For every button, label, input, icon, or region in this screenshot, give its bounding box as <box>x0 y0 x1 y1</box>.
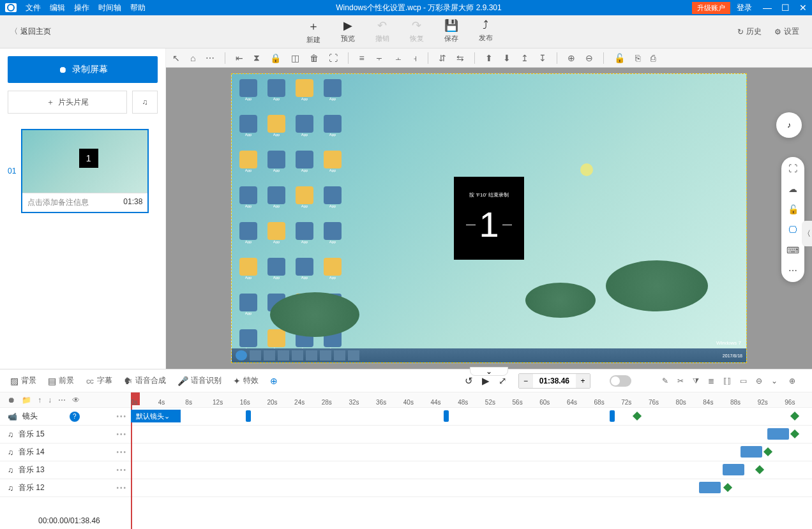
back-button[interactable]: 〈 返回主页 <box>0 26 61 37</box>
align-center-icon[interactable]: ⫠ <box>394 53 403 63</box>
help-badge[interactable]: ? <box>70 412 80 422</box>
copy-icon[interactable]: ⎘ <box>635 53 640 63</box>
time-control: − 01:38.46 + <box>518 373 590 389</box>
asr-button[interactable]: 🎤语音识别 <box>177 375 222 386</box>
scene-note[interactable]: 点击添加备注信息 <box>27 197 89 208</box>
delete-icon[interactable]: 🗑 <box>310 53 319 63</box>
cut-icon[interactable]: ✂ <box>677 376 684 385</box>
more-icon[interactable]: ⋯ <box>206 53 214 63</box>
tl-dots-icon[interactable]: ⋯ <box>58 396 66 405</box>
keyframe[interactable] <box>763 447 772 456</box>
play-icon[interactable]: ▶ <box>482 375 490 387</box>
time-minus[interactable]: − <box>519 374 533 388</box>
home-icon[interactable]: ⌂ <box>190 53 195 63</box>
lock-icon[interactable]: 🔒 <box>270 53 281 63</box>
toolbar-预览[interactable]: ▶预览 <box>341 19 355 45</box>
toolbar-保存[interactable]: 💾保存 <box>444 19 458 45</box>
fg-icon: ▤ <box>48 376 56 386</box>
fullscreen-icon[interactable]: ⛶ <box>788 163 797 174</box>
cloud-icon[interactable]: ☁ <box>788 184 797 194</box>
remove-icon[interactable]: ⊖ <box>756 376 762 385</box>
expand-icon[interactable]: ⤢ <box>499 375 507 387</box>
countdown-overlay: 按 'F10' 结束录制 1 <box>454 177 524 260</box>
align-left-icon[interactable]: ⫟ <box>375 53 384 63</box>
toggle-switch[interactable] <box>610 375 631 387</box>
tl-eye-icon[interactable]: 👁 <box>72 396 80 405</box>
more-circle-icon[interactable]: ⊕ <box>270 376 278 386</box>
audio-clip[interactable] <box>723 464 744 475</box>
dist-v-icon[interactable]: ⇆ <box>456 53 464 63</box>
toolbar-新建[interactable]: ＋新建 <box>306 19 320 45</box>
tl-down-icon[interactable]: ↓ <box>48 396 52 405</box>
menu-action[interactable]: 操作 <box>74 3 89 13</box>
close-button[interactable]: ✕ <box>794 0 812 15</box>
align-right-icon[interactable]: ⫞ <box>413 53 417 63</box>
bracket-icon[interactable]: ⟦⟧ <box>723 376 731 385</box>
keyframe[interactable] <box>755 465 764 474</box>
audio-clip[interactable] <box>767 428 789 440</box>
scene-thumbnail[interactable]: 1 点击添加备注信息 01:38 <box>21 129 149 213</box>
chevron-down-icon[interactable]: ⌄ <box>771 376 778 385</box>
maximize-button[interactable]: ☐ <box>776 0 794 15</box>
intro-outro-button[interactable]: ＋片头片尾 <box>8 91 127 114</box>
fx-button[interactable]: ✦特效 <box>233 375 259 386</box>
edit-icon[interactable]: ✎ <box>662 376 668 385</box>
camera-icon: 📹 <box>8 412 17 421</box>
lock-open-icon[interactable]: 🔓 <box>788 204 799 214</box>
levels-icon[interactable]: ≣ <box>708 376 714 385</box>
keyframe[interactable] <box>790 429 799 438</box>
tl-folder-icon[interactable]: 📁 <box>22 396 31 405</box>
tts-button[interactable]: 🗣语音合成 <box>124 375 166 386</box>
zoom-in-icon[interactable]: ⊕ <box>568 53 575 63</box>
layer-front-icon[interactable]: ⬆ <box>485 53 493 63</box>
fg-button[interactable]: ▤前景 <box>48 375 74 386</box>
crop-icon[interactable]: ⛶ <box>329 53 338 63</box>
filter-icon[interactable]: ⧩ <box>693 376 699 385</box>
record-button[interactable]: ⏺ 录制屏幕 <box>8 56 158 83</box>
ellipsis-icon[interactable]: ⋯ <box>788 265 797 276</box>
toolbar-发布[interactable]: ⤴发布 <box>479 19 493 45</box>
box-icon[interactable]: ▭ <box>740 376 747 385</box>
login-button[interactable]: 登录 <box>737 3 752 13</box>
monitor-icon[interactable]: 🖵 <box>788 225 797 235</box>
paste-icon[interactable]: ⎙ <box>650 53 656 63</box>
subtitle-button[interactable]: ㏄字幕 <box>86 375 112 387</box>
default-camera-clip[interactable]: 默认镜头 ⌄ <box>131 410 181 422</box>
subtitle-icon: ㏄ <box>86 375 94 387</box>
skip-start-icon[interactable]: ⇤ <box>236 53 243 63</box>
settings-button[interactable]: ⚙设置 <box>774 26 799 37</box>
dist-h-icon[interactable]: ⇵ <box>439 53 446 63</box>
audio-clip[interactable] <box>699 482 721 493</box>
add-track-icon[interactable]: ⊕ <box>789 376 795 385</box>
collapse-tab[interactable]: ⌄ <box>470 367 508 376</box>
float-music-button[interactable]: ♪ <box>776 112 802 138</box>
bg-button[interactable]: ▨背景 <box>10 375 36 386</box>
keyframe[interactable] <box>723 483 732 492</box>
menu-edit[interactable]: 编辑 <box>50 3 65 13</box>
minimize-button[interactable]: — <box>758 0 776 15</box>
cursor-icon[interactable]: ↖ <box>172 53 180 63</box>
keyboard-icon[interactable]: ⌨ <box>786 245 799 255</box>
menu-file[interactable]: 文件 <box>26 3 41 13</box>
music-button[interactable]: ♫ <box>132 91 158 114</box>
time-plus[interactable]: + <box>576 374 590 388</box>
zoom-out-icon[interactable]: ⊖ <box>585 53 593 63</box>
unlock-icon[interactable]: 🔓 <box>614 53 625 63</box>
transform-icon[interactable]: ◫ <box>291 53 299 63</box>
layer-up-icon[interactable]: ↥ <box>521 53 529 63</box>
rewind-icon[interactable]: ↺ <box>465 375 473 387</box>
hourglass-icon[interactable]: ⧗ <box>253 52 260 63</box>
audio-clip[interactable] <box>741 446 762 458</box>
history-button[interactable]: ↻历史 <box>737 26 762 37</box>
layer-down-icon[interactable]: ↧ <box>539 53 546 63</box>
expand-tab[interactable]: 〈 <box>802 221 812 246</box>
tl-record-icon[interactable]: ⏺ <box>8 396 15 405</box>
scene-number: 01 <box>8 167 16 175</box>
menu-timeline[interactable]: 时间轴 <box>98 3 121 13</box>
desktop-preview[interactable]: AppAppAppAppAppAppAppAppAppAppAppAppAppA… <box>231 73 747 363</box>
tl-up-icon[interactable]: ↑ <box>38 396 41 405</box>
layer-back-icon[interactable]: ⬇ <box>503 53 511 63</box>
menu-help[interactable]: 帮助 <box>130 3 146 13</box>
upgrade-button[interactable]: 升级账户 <box>692 2 730 14</box>
valign-icon[interactable]: ≡ <box>359 53 364 63</box>
